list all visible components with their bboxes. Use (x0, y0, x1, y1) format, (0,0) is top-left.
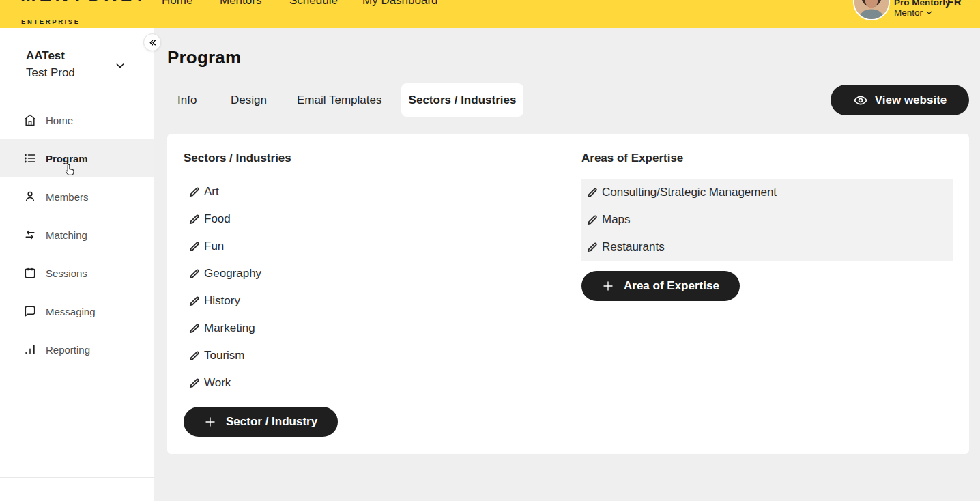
logo-wordmark: MENTORLY (20, 0, 149, 6)
sector-label: Marketing (204, 321, 255, 335)
plus-icon (204, 416, 216, 428)
sidebar-item-label: Reporting (46, 344, 90, 356)
topbar: MENTORLY ENTERPRISE Home Mentors Schedul… (0, 0, 980, 28)
sidebar-item-matching[interactable]: Matching (0, 216, 154, 254)
main-content: Program Info Design Email Templates Sect… (154, 28, 980, 501)
tab-sectors-industries[interactable]: Sectors / Industries (401, 83, 523, 117)
edit-pencil-icon[interactable] (189, 241, 200, 252)
sidebar: AATest Test Prod Home Program (0, 28, 154, 501)
expertise-label: Maps (602, 213, 631, 227)
topnav-home[interactable]: Home (162, 0, 192, 8)
expertise-row: Maps (587, 206, 953, 233)
edit-pencil-icon[interactable] (587, 242, 598, 253)
view-website-button[interactable]: View website (831, 85, 969, 115)
expertise-list: Consulting/Strategic Management Maps Res… (581, 179, 953, 261)
sector-label: History (204, 294, 240, 308)
sector-row: Fun (189, 233, 261, 260)
expertise-row: Consulting/Strategic Management (587, 179, 953, 206)
sidebar-item-sessions[interactable]: Sessions (0, 254, 154, 292)
sector-row: History (189, 287, 261, 315)
sector-label: Work (204, 376, 231, 390)
edit-pencil-icon[interactable] (189, 350, 200, 361)
app-window: MENTORLY ENTERPRISE Home Mentors Schedul… (0, 0, 980, 501)
plus-icon (602, 280, 614, 292)
avatar[interactable] (853, 0, 890, 20)
tab-design[interactable]: Design (231, 83, 267, 117)
expertise-heading: Areas of Expertise (581, 152, 683, 165)
sector-row: Art (189, 178, 261, 205)
sector-row: Food (189, 205, 261, 233)
sector-row: Marketing (189, 315, 261, 342)
add-area-of-expertise-button[interactable]: Area of Expertise (581, 271, 740, 301)
chevron-down-icon (115, 60, 126, 71)
eye-icon (853, 93, 868, 108)
list-icon (23, 152, 37, 165)
expertise-row: Restaurants (587, 233, 953, 261)
org-name: AATest (26, 49, 65, 63)
sidebar-item-messaging[interactable]: Messaging (0, 292, 154, 330)
org-program-name: Test Prod (26, 66, 75, 80)
add-expertise-label: Area of Expertise (624, 279, 719, 293)
sidebar-collapse-button[interactable] (143, 33, 161, 51)
logo-subtitle: ENTERPRISE (21, 18, 81, 25)
sector-label: Food (204, 212, 231, 226)
add-sector-label: Sector / Industry (226, 415, 317, 429)
edit-pencil-icon[interactable] (189, 268, 200, 279)
edit-pencil-icon[interactable] (189, 377, 200, 388)
bar-chart-icon (23, 343, 37, 356)
sectors-list: Art Food Fun Geography History (189, 178, 261, 397)
sidebar-item-label: Program (46, 153, 88, 164)
org-switcher[interactable]: AATest Test Prod (0, 28, 154, 91)
chevrons-left-icon (148, 38, 157, 47)
view-website-label: View website (875, 94, 947, 107)
sidebar-item-label: Members (46, 191, 89, 203)
expertise-label: Consulting/Strategic Management (602, 186, 777, 199)
sidebar-item-label: Sessions (46, 268, 87, 279)
edit-pencil-icon[interactable] (587, 187, 598, 198)
sector-label: Geography (204, 267, 261, 281)
swap-arrows-icon (23, 228, 37, 242)
sectors-heading: Sectors / Industries (184, 152, 291, 165)
sector-label: Fun (204, 240, 224, 253)
sidebar-item-reporting[interactable]: Reporting (0, 330, 154, 369)
tab-email-templates[interactable]: Email Templates (297, 83, 381, 117)
sector-label: Tourism (204, 349, 245, 362)
sidebar-footer-divider (0, 477, 154, 478)
edit-pencil-icon[interactable] (189, 323, 200, 334)
sector-row: Tourism (189, 342, 261, 369)
calendar-icon (23, 266, 37, 280)
sidebar-item-home[interactable]: Home (0, 101, 154, 139)
expertise-label: Restaurants (602, 240, 665, 254)
sidebar-item-members[interactable]: Members (0, 177, 154, 216)
add-sector-industry-button[interactable]: Sector / Industry (184, 407, 338, 437)
sidebar-divider (12, 91, 142, 91)
topnav-schedule[interactable]: Schedule (289, 0, 338, 8)
sector-row: Work (189, 369, 261, 397)
edit-pencil-icon[interactable] (189, 214, 200, 225)
sidebar-item-label: Messaging (46, 306, 96, 317)
chevron-down-icon (925, 9, 933, 16)
home-icon (23, 113, 37, 127)
tab-info[interactable]: Info (177, 83, 197, 117)
sidebar-item-program[interactable]: Program (0, 139, 154, 177)
avatar-photo (854, 0, 889, 19)
edit-pencil-icon[interactable] (189, 186, 200, 197)
role-label: Mentor (894, 8, 923, 18)
locale-switcher[interactable]: FR (947, 0, 962, 8)
sector-label: Art (204, 185, 219, 199)
topnav-mentors[interactable]: Mentors (220, 0, 261, 8)
sidebar-item-label: Home (46, 115, 73, 126)
sectors-industries-panel: Sectors / Industries Art Food Fun Geogra… (167, 134, 969, 454)
sector-row: Geography (189, 260, 261, 287)
chat-bubble-icon (23, 304, 37, 318)
user-name: Pro Mentorly (894, 0, 951, 8)
page-title: Program (167, 47, 241, 68)
edit-pencil-icon[interactable] (189, 296, 200, 306)
sidebar-item-label: Matching (46, 229, 87, 241)
person-icon (23, 190, 37, 203)
topnav-my-dashboard[interactable]: My Dashboard (362, 0, 438, 8)
sidebar-menu: Home Program Members Matc (0, 101, 154, 369)
edit-pencil-icon[interactable] (587, 214, 598, 225)
role-dropdown[interactable]: Mentor (894, 8, 933, 18)
